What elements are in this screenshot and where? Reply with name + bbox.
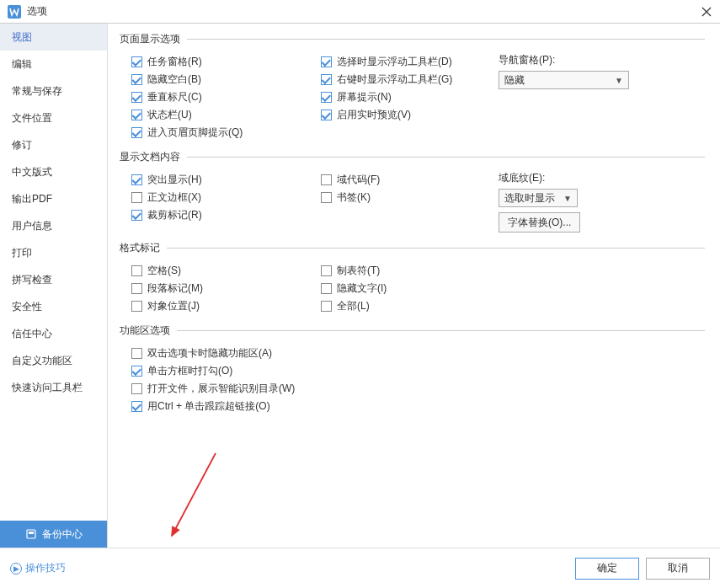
checkbox-box xyxy=(131,348,142,359)
checkbox-label: 空格(S) xyxy=(147,264,181,278)
checkbox-box xyxy=(131,383,142,394)
sidebar-item-13[interactable]: 快速访问工具栏 xyxy=(0,374,107,401)
checkbox-label: 突出显示(H) xyxy=(147,173,202,187)
sidebar-item-0[interactable]: 视图 xyxy=(0,24,107,51)
checkbox-box xyxy=(321,92,332,103)
font-substitution-button[interactable]: 字体替换(O)... xyxy=(499,212,580,233)
checkbox-fm-mid-2[interactable]: 全部(L) xyxy=(309,297,499,315)
window-title: 选项 xyxy=(27,4,700,19)
sidebar-item-8[interactable]: 打印 xyxy=(0,239,107,266)
field-shading-label: 域底纹(E): xyxy=(499,171,705,185)
checkbox-label: 单击方框时打勾(O) xyxy=(147,364,232,378)
checkbox-box xyxy=(131,301,142,312)
checkbox-fm-left-2[interactable]: 对象位置(J) xyxy=(120,297,309,315)
checkbox-label: 右键时显示浮动工具栏(G) xyxy=(337,72,452,87)
checkbox-label: 正文边框(X) xyxy=(147,190,201,205)
content-area: 页面显示选项 任务窗格(R)隐藏空白(B)垂直标尺(C)状态栏(U)进入页眉页脚… xyxy=(108,24,720,548)
checkbox-box xyxy=(131,265,142,276)
app-logo-icon xyxy=(7,4,22,19)
checkbox-label: 状态栏(U) xyxy=(147,108,192,122)
checkbox-label: 隐藏文字(I) xyxy=(337,281,387,296)
checkbox-dc-left-0[interactable]: 突出显示(H) xyxy=(120,171,309,189)
checkbox-box xyxy=(131,74,142,85)
checkbox-pd-mid-0[interactable]: 选择时显示浮动工具栏(D) xyxy=(309,53,499,71)
checkbox-label: 选择时显示浮动工具栏(D) xyxy=(337,55,452,69)
group-title-format-marks: 格式标记 xyxy=(120,241,160,255)
chevron-down-icon: ▼ xyxy=(615,76,623,85)
checkbox-box xyxy=(131,401,142,412)
sidebar-item-6[interactable]: 输出PDF xyxy=(0,185,107,212)
checkbox-ribbon-0[interactable]: 双击选项卡时隐藏功能区(A) xyxy=(120,345,705,362)
backup-center-label: 备份中心 xyxy=(42,527,83,542)
checkbox-box xyxy=(321,301,332,312)
sidebar-item-10[interactable]: 安全性 xyxy=(0,293,107,320)
close-icon[interactable] xyxy=(700,5,713,19)
checkbox-pd-left-3[interactable]: 状态栏(U) xyxy=(120,106,309,124)
checkbox-label: 全部(L) xyxy=(337,299,370,313)
checkbox-fm-mid-1[interactable]: 隐藏文字(I) xyxy=(309,280,499,297)
checkbox-label: 用Ctrl + 单击跟踪超链接(O) xyxy=(147,399,270,414)
checkbox-pd-left-2[interactable]: 垂直标尺(C) xyxy=(120,88,309,106)
chevron-down-icon: ▼ xyxy=(563,194,572,203)
group-title-doc-content: 显示文档内容 xyxy=(120,150,180,164)
nav-pane-select[interactable]: 隐藏 ▼ xyxy=(499,71,629,89)
checkbox-box xyxy=(321,74,332,85)
checkbox-label: 屏幕提示(N) xyxy=(337,90,392,104)
checkbox-pd-mid-2[interactable]: 屏幕提示(N) xyxy=(309,88,499,106)
sidebar-item-12[interactable]: 自定义功能区 xyxy=(0,347,107,374)
checkbox-label: 裁剪标记(R) xyxy=(147,208,202,222)
checkbox-ribbon-1[interactable]: 单击方框时打勾(O) xyxy=(120,362,705,380)
checkbox-box xyxy=(321,56,332,67)
checkbox-fm-mid-0[interactable]: 制表符(T) xyxy=(309,262,499,280)
sidebar-item-3[interactable]: 文件位置 xyxy=(0,104,107,131)
checkbox-box xyxy=(321,283,332,294)
checkbox-ribbon-3[interactable]: 用Ctrl + 单击跟踪超链接(O) xyxy=(120,398,705,415)
checkbox-dc-left-2[interactable]: 裁剪标记(R) xyxy=(120,206,309,224)
group-title-page-display: 页面显示选项 xyxy=(120,32,180,46)
checkbox-box xyxy=(131,127,142,138)
checkbox-box xyxy=(131,283,142,294)
backup-center-button[interactable]: 备份中心 xyxy=(0,521,107,548)
sidebar-item-11[interactable]: 信任中心 xyxy=(0,320,107,347)
operation-tips-link[interactable]: ▶ 操作技巧 xyxy=(10,561,66,575)
checkbox-label: 垂直标尺(C) xyxy=(147,90,202,104)
sidebar-item-2[interactable]: 常规与保存 xyxy=(0,78,107,104)
checkbox-fm-left-1[interactable]: 段落标记(M) xyxy=(120,280,309,297)
checkbox-pd-mid-1[interactable]: 右键时显示浮动工具栏(G) xyxy=(309,71,499,88)
ok-button[interactable]: 确定 xyxy=(575,558,639,580)
checkbox-dc-mid-1[interactable]: 书签(K) xyxy=(309,189,499,206)
tips-icon: ▶ xyxy=(10,563,22,575)
checkbox-label: 段落标记(M) xyxy=(147,281,203,296)
checkbox-box xyxy=(131,174,142,185)
sidebar-item-4[interactable]: 修订 xyxy=(0,131,107,158)
sidebar-item-9[interactable]: 拼写检查 xyxy=(0,266,107,293)
checkbox-box xyxy=(131,192,142,203)
field-shading-select[interactable]: 选取时显示 ▼ xyxy=(499,189,578,207)
checkbox-box xyxy=(131,366,142,377)
checkbox-pd-left-4[interactable]: 进入页眉页脚提示(Q) xyxy=(120,124,309,142)
checkbox-box xyxy=(131,110,142,120)
svg-rect-0 xyxy=(8,5,21,19)
checkbox-box xyxy=(321,110,332,120)
checkbox-pd-mid-3[interactable]: 启用实时预览(V) xyxy=(309,106,499,124)
checkbox-label: 进入页眉页脚提示(Q) xyxy=(147,126,243,140)
annotation-arrow xyxy=(165,445,224,546)
checkbox-pd-left-0[interactable]: 任务窗格(R) xyxy=(120,53,309,71)
checkbox-box xyxy=(131,56,142,67)
checkbox-label: 双击选项卡时隐藏功能区(A) xyxy=(147,346,272,361)
checkbox-label: 隐藏空白(B) xyxy=(147,72,201,87)
sidebar-item-5[interactable]: 中文版式 xyxy=(0,158,107,185)
sidebar-item-7[interactable]: 用户信息 xyxy=(0,212,107,239)
checkbox-fm-left-0[interactable]: 空格(S) xyxy=(120,262,309,280)
checkbox-dc-mid-0[interactable]: 域代码(F) xyxy=(309,171,499,189)
checkbox-label: 对象位置(J) xyxy=(147,299,200,313)
checkbox-pd-left-1[interactable]: 隐藏空白(B) xyxy=(120,71,309,88)
checkbox-ribbon-2[interactable]: 打开文件，展示智能识别目录(W) xyxy=(120,380,705,398)
checkbox-label: 书签(K) xyxy=(337,190,371,205)
cancel-button[interactable]: 取消 xyxy=(646,558,710,580)
checkbox-label: 打开文件，展示智能识别目录(W) xyxy=(147,382,295,396)
checkbox-dc-left-1[interactable]: 正文边框(X) xyxy=(120,189,309,206)
checkbox-label: 启用实时预览(V) xyxy=(337,108,411,122)
sidebar-item-1[interactable]: 编辑 xyxy=(0,51,107,78)
nav-pane-label: 导航窗格(P): xyxy=(499,53,705,67)
